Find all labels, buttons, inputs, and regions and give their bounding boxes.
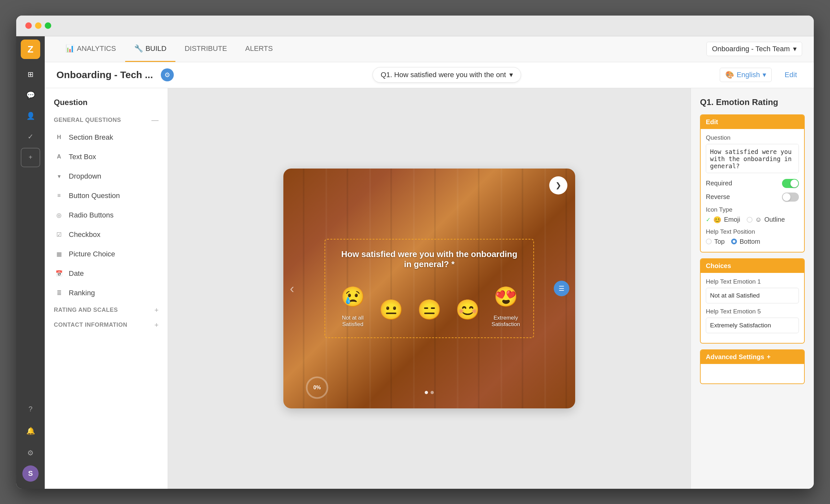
question-text-input[interactable]: How satisfied were you with the onboardi… [706, 144, 799, 173]
advanced-settings-header[interactable]: Advanced Settings + [701, 350, 804, 364]
emoji-item-3[interactable]: 😑 [415, 295, 444, 328]
close-button[interactable] [25, 22, 32, 29]
nav-build[interactable]: 🔧 BUILD [125, 36, 176, 62]
help-text-1-label: Help Text Emotion 1 [706, 278, 799, 285]
contact-info-label: CONTACT INFORMATION [54, 322, 127, 328]
panel-title: Question [45, 95, 168, 113]
general-questions-section-header[interactable]: GENERAL QUESTIONS — [45, 113, 168, 128]
survey-name: Onboarding - Tech Team [712, 45, 790, 53]
analytics-icon: 📊 [65, 44, 74, 53]
emoji-emoji-icon: 😊 [713, 216, 722, 224]
emoji-face-5: 😍 [491, 282, 520, 311]
question-item-date[interactable]: 📅 Date [45, 264, 168, 283]
ranking-icon: ≣ [54, 288, 64, 298]
question-item-checkbox[interactable]: ☑ Checkbox [45, 225, 168, 244]
preview-next-button[interactable]: ❯ [549, 176, 567, 195]
reverse-toggle[interactable] [782, 193, 799, 202]
main-content: Question GENERAL QUESTIONS — H Section B… [45, 88, 814, 489]
choices-section-body: Help Text Emotion 1 Help Text Emotion 5 [701, 273, 804, 343]
rating-scales-label: RATING AND SCALES [54, 307, 118, 313]
top-radio [706, 239, 712, 244]
sidebar-item-chat[interactable]: 💬 [21, 86, 40, 105]
date-icon: 📅 [54, 268, 64, 279]
sidebar-item-help[interactable]: ? [21, 399, 40, 419]
dropdown-label: Dropdown [69, 172, 101, 180]
question-item-button[interactable]: ≡ Button Question [45, 186, 168, 205]
maximize-button[interactable] [45, 22, 51, 29]
emoji-label-1: Not at allSatisfied [342, 315, 363, 328]
edit-section-header: Edit [701, 115, 804, 129]
help-pos-bottom[interactable]: Bottom [731, 238, 760, 245]
emoji-item-4[interactable]: 😊 [453, 295, 482, 328]
required-toggle-knob [791, 179, 798, 187]
right-panel: Q1. Emotion Rating Edit Question How sat… [691, 88, 814, 489]
icon-type-emoji[interactable]: ✓ 😊 Emoji [706, 216, 740, 224]
minimize-button[interactable] [35, 22, 41, 29]
help-pos-top[interactable]: Top [706, 238, 725, 245]
question-selector-dropdown[interactable]: Q1. How satisfied were you with the ont … [373, 67, 521, 82]
button-question-label: Button Question [69, 192, 120, 200]
emoji-check-icon: ✓ [706, 216, 711, 223]
nav-alerts[interactable]: ALERTS [236, 36, 282, 62]
right-panel-title: Q1. Emotion Rating [700, 97, 805, 107]
question-item-picture-choice[interactable]: ▦ Picture Choice [45, 244, 168, 264]
question-item-section-break[interactable]: H Section Break [45, 128, 168, 147]
help-text-5-input[interactable] [706, 317, 799, 333]
required-row: Required [706, 179, 799, 188]
language-selector[interactable]: 🎨 English ▾ [720, 68, 772, 82]
collapse-right-panel-button[interactable]: ☰ [554, 281, 569, 296]
button-question-icon: ≡ [54, 191, 64, 201]
sidebar-item-grid[interactable]: ⊞ [21, 65, 40, 84]
lang-chevron-icon: ▾ [763, 71, 766, 79]
nav-analytics[interactable]: 📊 ANALYTICS [56, 36, 125, 62]
emoji-item-2[interactable]: 😐 [376, 295, 406, 328]
sidebar-item-notifications[interactable]: 🔔 [21, 422, 40, 441]
help-position-label: Help Text Position [706, 228, 799, 235]
avatar[interactable]: S [22, 465, 39, 482]
icon-type-label: Icon Type [706, 206, 799, 213]
sub-header: Onboarding - Tech ... ⚙ Q1. How satisfie… [45, 62, 814, 88]
picture-choice-label: Picture Choice [69, 250, 115, 258]
dropdown-chevron-icon: ▾ [509, 71, 513, 79]
sidebar-item-user[interactable]: 👤 [21, 106, 40, 126]
radio-buttons-icon: ◎ [54, 210, 64, 221]
emoji-row: 😢 Not at allSatisfied 😐 😑 [338, 282, 520, 328]
question-item-radio[interactable]: ◎ Radio Buttons [45, 205, 168, 225]
contact-info-section-header[interactable]: CONTACT INFORMATION + [45, 317, 168, 333]
edit-button[interactable]: Edit [779, 68, 802, 82]
question-display-text: How satisfied were you with the onboardi… [338, 249, 520, 269]
checkbox-label: Checkbox [69, 230, 100, 239]
nav-distribute-label: DISTRIBUTE [185, 44, 227, 53]
settings-button[interactable]: ⚙ [161, 68, 174, 81]
question-item-dropdown[interactable]: ▾ Dropdown [45, 167, 168, 186]
survey-selector[interactable]: Onboarding - Tech Team ▾ [706, 42, 802, 56]
advanced-settings-label: Advanced Settings [706, 353, 764, 361]
text-box-icon: A [54, 152, 64, 162]
preview-prev-arrow[interactable]: ‹ [290, 281, 294, 296]
section-break-label: Section Break [69, 133, 113, 142]
question-item-text-box[interactable]: A Text Box [45, 147, 168, 167]
help-pos-top-label: Top [714, 238, 725, 245]
ranking-label: Ranking [69, 289, 95, 297]
emoji-item-5[interactable]: 😍 ExtremelySatisfaction [491, 282, 520, 328]
emoji-face-4: 😊 [453, 295, 482, 325]
picture-choice-icon: ▦ [54, 249, 64, 259]
sidebar-item-check[interactable]: ✓ [21, 127, 40, 146]
help-text-1-input[interactable] [706, 288, 799, 303]
sidebar-item-settings[interactable]: ⚙ [21, 443, 40, 463]
rating-scales-section-header[interactable]: RATING AND SCALES + [45, 303, 168, 317]
expand-contact-icon: + [154, 321, 159, 329]
required-toggle[interactable] [782, 179, 799, 188]
checkbox-icon: ☑ [54, 230, 64, 240]
emoji-item-1[interactable]: 😢 Not at allSatisfied [338, 282, 368, 328]
sidebar-item-add[interactable]: + [21, 148, 40, 167]
app-logo[interactable]: Z [21, 39, 40, 59]
icon-type-outline-label: Outline [764, 216, 785, 223]
icon-type-outline[interactable]: ☺ Outline [747, 216, 785, 223]
advanced-settings-plus-icon: + [767, 353, 771, 361]
paint-icon: 🎨 [725, 71, 734, 79]
dropdown-icon: ▾ [54, 171, 64, 181]
top-nav: 📊 ANALYTICS 🔧 BUILD DISTRIBUTE ALERTS On… [45, 36, 814, 62]
nav-distribute[interactable]: DISTRIBUTE [175, 36, 236, 62]
question-item-ranking[interactable]: ≣ Ranking [45, 283, 168, 303]
